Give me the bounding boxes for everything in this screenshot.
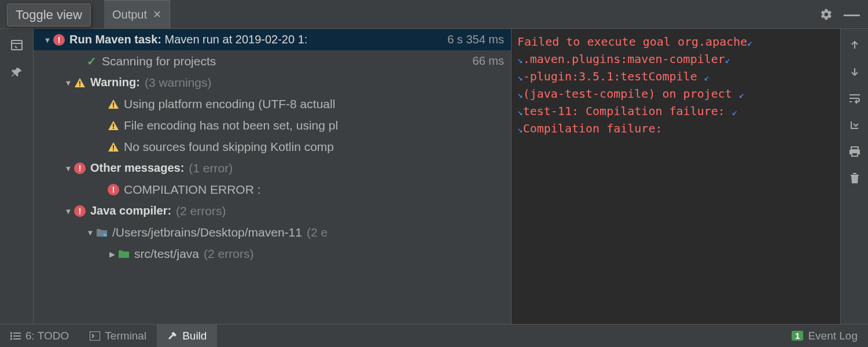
soft-wrap-icon: ↙ <box>747 35 753 51</box>
svg-rect-17 <box>851 175 859 176</box>
status-todo[interactable]: 6: TODO <box>0 324 79 347</box>
warning-icon <box>108 98 119 110</box>
status-bar: 6: TODO Terminal Build 1 Event Log <box>0 324 868 347</box>
warning-icon <box>74 77 86 88</box>
root-duration: 6 s 354 ms <box>442 33 504 46</box>
arrow-up-icon <box>849 39 860 51</box>
close-tab-icon[interactable]: ✕ <box>153 8 161 21</box>
hide-tool-window-button[interactable]: — <box>844 6 860 23</box>
tree-row-warning-item[interactable]: Using platform encoding (UTF-8 actuall <box>34 93 511 115</box>
settings-button[interactable] <box>816 4 837 25</box>
svg-rect-8 <box>113 124 114 127</box>
expand-arrow-icon[interactable] <box>42 35 53 45</box>
up-button[interactable] <box>847 37 863 53</box>
expand-arrow-icon[interactable] <box>62 206 74 216</box>
soft-wrap-icon: ↘ <box>517 52 523 68</box>
build-tree: Run Maven task: Maven run at 2019-02-20 … <box>34 29 512 324</box>
down-button[interactable] <box>847 64 863 80</box>
terminal-icon <box>90 331 100 341</box>
svg-rect-11 <box>113 145 114 149</box>
svg-rect-14 <box>851 147 858 150</box>
soft-wrap-icon: ↘ <box>517 104 523 120</box>
soft-wrap-icon: ↘ <box>517 87 523 103</box>
svg-rect-3 <box>79 85 80 86</box>
soft-wrap-icon: ↙ <box>725 52 731 68</box>
tree-row-compiler-src[interactable]: src/test/java (2 errors) <box>34 243 511 264</box>
svg-rect-16 <box>852 153 858 156</box>
wrap-icon <box>848 93 861 104</box>
error-icon <box>108 184 119 195</box>
svg-rect-0 <box>12 40 22 50</box>
svg-rect-25 <box>90 331 100 341</box>
svg-rect-12 <box>113 149 114 150</box>
tree-row-other-group[interactable]: Other messages: (1 error) <box>34 157 511 179</box>
toggle-view-button[interactable] <box>9 37 25 53</box>
error-icon <box>74 163 86 174</box>
pin-icon <box>10 67 23 79</box>
folder-icon <box>96 227 108 238</box>
svg-point-24 <box>10 338 12 339</box>
expand-arrow-icon[interactable] <box>62 78 74 87</box>
svg-rect-13 <box>104 234 106 237</box>
event-count-badge: 1 <box>792 331 803 341</box>
tree-row-warning-group[interactable]: Warning: (3 warnings) <box>34 72 511 93</box>
soft-wrap-icon: ↙ <box>739 87 745 103</box>
tree-row-scanning[interactable]: Scanning for projects 66 ms <box>34 50 511 72</box>
right-toolbar <box>840 29 868 324</box>
svg-rect-5 <box>113 102 114 106</box>
scroll-end-icon <box>849 119 860 131</box>
error-icon <box>53 34 65 46</box>
tab-output[interactable]: Output ✕ <box>104 0 170 28</box>
list-icon <box>10 332 21 340</box>
soft-wrap-icon: ↙ <box>732 104 738 120</box>
status-event-log[interactable]: 1 Event Log <box>792 330 868 342</box>
expand-arrow-icon[interactable] <box>106 249 118 259</box>
tool-window-header: : Output ✕ — <box>0 0 868 29</box>
layout-icon <box>10 38 24 52</box>
svg-rect-2 <box>79 81 80 84</box>
hammer-icon <box>167 331 178 341</box>
soft-wrap-button[interactable] <box>847 90 863 106</box>
root-title: Run Maven task: Maven run at 2019-02-20 … <box>69 33 307 46</box>
tree-root-row[interactable]: Run Maven task: Maven run at 2019-02-20 … <box>34 29 511 50</box>
soft-wrap-icon: ↘ <box>517 69 523 86</box>
status-build[interactable]: Build <box>157 324 217 347</box>
folder-test-icon <box>118 248 130 260</box>
trash-icon <box>849 172 860 184</box>
tree-row-warning-item[interactable]: No sources found skipping Kotlin comp <box>34 136 511 157</box>
svg-rect-6 <box>113 106 114 108</box>
svg-point-22 <box>10 333 12 334</box>
tree-row-warning-item[interactable]: File encoding has not been set, using pl <box>34 115 511 136</box>
status-terminal[interactable]: Terminal <box>79 324 157 347</box>
clear-button[interactable] <box>847 170 863 186</box>
soft-wrap-icon: ↙ <box>704 69 710 86</box>
svg-point-23 <box>10 335 12 337</box>
error-icon <box>74 205 86 217</box>
tree-row-other-item[interactable]: COMPILATION ERROR : <box>34 179 511 200</box>
svg-rect-9 <box>113 128 114 129</box>
expand-arrow-icon[interactable] <box>62 164 74 173</box>
pin-button[interactable] <box>9 65 25 81</box>
success-icon <box>86 56 97 67</box>
svg-rect-18 <box>853 173 856 174</box>
tree-row-compiler-group[interactable]: Java compiler: (2 errors) <box>34 200 511 222</box>
print-button[interactable] <box>847 143 863 160</box>
tab-label: Output <box>112 8 147 21</box>
tree-row-compiler-path[interactable]: /Users/jetbrains/Desktop/maven-11 (2 e <box>34 222 511 243</box>
console-output[interactable]: Failed to execute goal org.apache↙ ↘.mav… <box>512 29 840 324</box>
tooltip-toggle-view: Toggle view <box>7 3 91 27</box>
expand-arrow-icon[interactable] <box>84 228 96 237</box>
left-toolbar <box>0 29 34 324</box>
warning-icon <box>108 141 119 153</box>
scroll-to-end-button[interactable] <box>847 117 863 133</box>
gear-icon <box>820 8 833 21</box>
warning-icon <box>108 120 119 131</box>
printer-icon <box>848 146 861 157</box>
soft-wrap-icon: ↘ <box>517 121 523 138</box>
arrow-down-icon <box>849 66 860 77</box>
